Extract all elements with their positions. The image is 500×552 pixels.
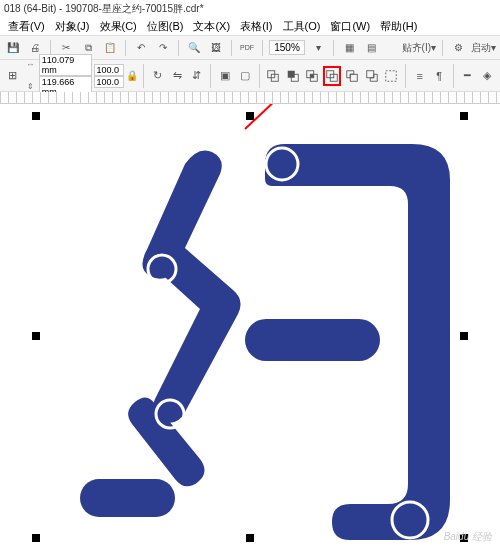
options-icon[interactable]: ⚙ [449,39,467,57]
dimensions-group: ↔ 110.079 mm ⇕ 119.666 mm [24,54,92,98]
title-text: 018 (64-Bit) - 190708-星座之约-70015胖.cdr* [4,2,204,16]
width-icon: ↔ [24,60,37,69]
launch-label[interactable]: 启动▾ [471,39,496,57]
menu-help[interactable]: 帮助(H) [376,19,421,34]
separator [210,64,211,88]
weld-icon[interactable] [264,66,282,86]
separator [178,40,179,56]
property-toolbar: ⊞ ↔ 110.079 mm ⇕ 119.666 mm 100.0 100.0 … [0,60,500,92]
redo-icon[interactable]: ↷ [154,39,172,57]
menu-window[interactable]: 窗口(W) [326,19,374,34]
selection-handle[interactable] [32,332,40,340]
selection-handle[interactable] [32,534,40,542]
search-icon[interactable]: 🔍 [185,39,203,57]
order-front-icon[interactable]: ▣ [216,66,234,86]
back-minus-front-icon[interactable] [363,66,381,86]
canvas[interactable]: × Baidu 经验 [0,104,500,552]
titlebar: 018 (64-Bit) - 190708-星座之约-70015胖.cdr* [0,0,500,18]
scale-y-field[interactable]: 100.0 [94,76,124,88]
svg-rect-12 [80,479,175,517]
trim-icon[interactable] [284,66,302,86]
grid-icon[interactable]: ▦ [340,39,358,57]
svg-rect-6 [311,74,315,78]
convert-icon[interactable]: ◈ [478,66,496,86]
image-icon[interactable]: 🖼 [207,39,225,57]
svg-rect-10 [366,70,373,77]
selection-handle[interactable] [246,112,254,120]
order-back-icon[interactable]: ▢ [236,66,254,86]
scale-group: 100.0 100.0 [94,64,124,88]
mirror-v-icon[interactable]: ⇵ [188,66,206,86]
svg-rect-13 [245,319,380,361]
menu-object[interactable]: 对象(J) [51,19,94,34]
intersect-icon[interactable] [304,66,322,86]
menu-view[interactable]: 查看(V) [4,19,49,34]
horizontal-ruler[interactable] [0,92,500,104]
origin-picker-icon[interactable]: ⊞ [4,66,22,86]
menu-text[interactable]: 文本(X) [189,19,234,34]
separator [125,40,126,56]
rotate-icon[interactable]: ↻ [149,66,167,86]
width-field[interactable]: 110.079 mm [39,54,92,76]
selection-handle[interactable] [32,112,40,120]
separator [259,64,260,88]
snap-label[interactable]: 贴齐(I)▾ [402,39,436,57]
separator [405,64,406,88]
separator [262,40,263,56]
selection-handle[interactable] [460,332,468,340]
separator [231,40,232,56]
front-minus-back-icon[interactable] [343,66,361,86]
zoom-dropdown-icon[interactable]: ▾ [309,39,327,57]
menu-bitmap[interactable]: 位图(B) [143,19,188,34]
scale-x-field[interactable]: 100.0 [94,64,124,76]
guides-icon[interactable]: ▤ [362,39,380,57]
menu-table[interactable]: 表格(I) [236,19,276,34]
menubar: 查看(V) 对象(J) 效果(C) 位图(B) 文本(X) 表格(I) 工具(O… [0,18,500,36]
separator [143,64,144,88]
save-icon[interactable]: 💾 [4,39,22,57]
separator [333,40,334,56]
zoom-level[interactable]: 150% [269,40,305,55]
align-icon[interactable]: ≡ [411,66,429,86]
outline-width-icon[interactable]: ━ [459,66,477,86]
text-wrap-icon[interactable]: ¶ [430,66,448,86]
svg-rect-11 [386,70,397,81]
boundary-icon[interactable] [382,66,400,86]
selection-handle[interactable] [460,112,468,120]
artwork-shape[interactable] [50,124,450,544]
watermark: Baidu 经验 [444,530,492,544]
export-pdf-icon[interactable]: PDF [238,39,256,57]
height-icon: ⇕ [24,82,37,91]
simplify-icon[interactable] [323,66,341,86]
lock-ratio-icon[interactable]: 🔒 [126,69,138,83]
svg-rect-9 [350,74,357,81]
mirror-h-icon[interactable]: ⇋ [168,66,186,86]
undo-icon[interactable]: ↶ [132,39,150,57]
menu-effects[interactable]: 效果(C) [96,19,141,34]
menu-tools[interactable]: 工具(O) [279,19,325,34]
separator [453,64,454,88]
paste-icon[interactable]: 📋 [101,39,119,57]
separator [442,40,443,56]
